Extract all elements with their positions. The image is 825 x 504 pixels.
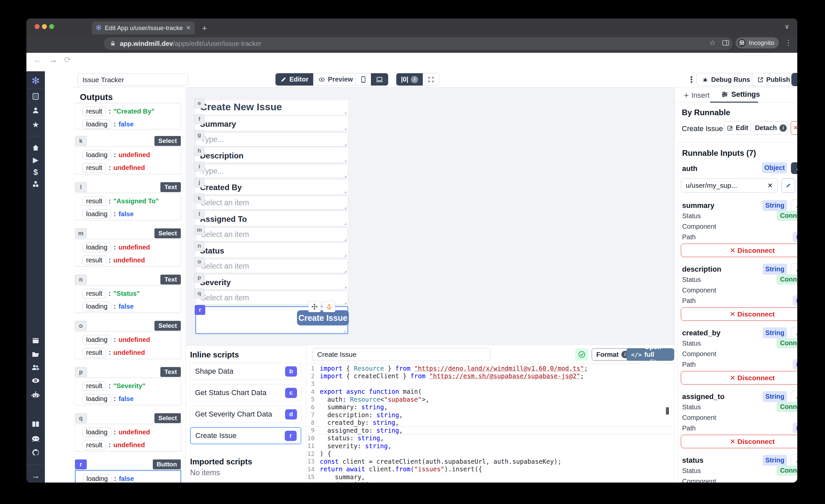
output-key-pill[interactable]: result [82,289,106,298]
resize-corner-icon[interactable]: ⌟ [344,172,347,177]
windmill-logo[interactable]: ✻ [26,76,45,86]
inline-script-row[interactable]: Get Status Chart Datac [190,384,301,401]
publish-button[interactable]: Publish [752,73,796,86]
docs-book-icon[interactable] [26,421,45,428]
code-line[interactable]: 4export async function main( [307,388,674,396]
clear-resource-x-icon[interactable]: ✕ [767,182,773,190]
folders-icon[interactable] [26,350,45,358]
output-key-pill[interactable]: result [82,196,106,206]
expand-arrow-icon[interactable]: → [26,471,45,480]
canvas-component-i[interactable]: iType...⌟ [195,164,348,178]
code-area[interactable]: 1import { Resource } from "https://deno.… [307,364,674,483]
browser-tab[interactable]: ✻ Edit App u/user/issue-tracker | ✕ [92,21,195,34]
output-key-pill[interactable]: loading [82,427,111,437]
code-scrollbar-thumb[interactable] [666,407,669,415]
static-mode-pencil-icon[interactable] [791,455,797,466]
output-key-pill[interactable]: result [82,256,106,265]
disconnect-button[interactable]: ✕ Disconnect [681,307,797,321]
code-line[interactable]: 7 description: string, [307,411,674,419]
auth-mode-toggle[interactable]: → [791,162,797,174]
output-key-pill[interactable]: result [82,163,106,172]
connect-toggle[interactable]: → [791,264,797,276]
chrome-menu-kebab-icon[interactable]: ⋮ [785,39,792,47]
mobile-view-button[interactable] [356,73,371,85]
output-key-pill[interactable]: loading [83,474,111,483]
output-key-pill[interactable]: loading [82,120,111,129]
canvas-component-o[interactable]: oSelect an item⌟ [195,259,348,273]
static-mode-pencil-icon[interactable] [791,162,797,174]
static-mode-pencil-icon[interactable] [791,200,797,212]
output-key-pill[interactable]: result [82,106,106,116]
select-input[interactable]: Select an item [195,227,348,241]
output-key-pill[interactable]: result [82,440,106,450]
back-icon[interactable]: ← [34,55,42,65]
app-name-input[interactable] [78,74,189,86]
code-line[interactable]: 16 description, [307,481,674,483]
url-omnibox[interactable]: app.windmill.dev/apps/edit/u/user/issue-… [104,37,733,50]
resize-corner-icon[interactable]: ⌟ [344,125,347,130]
static-mode-pencil-icon[interactable] [791,328,797,339]
disconnect-button[interactable]: ✕ Disconnect [681,243,797,257]
debug-runs-button[interactable]: Debug Runs [696,73,756,86]
output-key-pill[interactable]: loading [82,209,111,219]
audit-eye-icon[interactable] [26,377,45,384]
code-line[interactable]: 10 status: string, [307,434,674,442]
disconnect-button[interactable]: ✕ Disconnect [681,371,797,384]
desktop-view-button[interactable] [371,73,388,85]
minimize-window-button[interactable] [42,24,47,29]
runs-play-icon[interactable]: ▶ [26,156,45,164]
canvas-component-g[interactable]: gType...⌟ [195,132,348,147]
github-icon[interactable] [26,448,45,456]
home-icon[interactable] [26,144,45,152]
resize-corner-icon[interactable]: ⌟ [344,109,347,114]
move-handle[interactable] [308,301,321,312]
code-line[interactable]: 9 assigned_to: string, [307,426,674,434]
close-tab-icon[interactable]: ✕ [186,24,191,31]
favorites-star-icon[interactable]: ★ [26,121,45,129]
detach-runnable-button[interactable]: Detach i [754,121,788,135]
clear-runnable-button[interactable]: ✕ Clear [791,121,797,135]
text-input[interactable]: Type... [195,164,348,178]
connect-toggle[interactable]: → [791,327,797,339]
open-full-editor-button[interactable]: </> Open full editor [626,348,674,361]
resize-corner-icon[interactable]: ⌟ [344,299,347,304]
output-key-pill[interactable]: loading [82,302,111,311]
maximize-window-button[interactable] [49,24,54,29]
output-key-pill[interactable]: result [82,381,106,391]
output-key-pill[interactable]: loading [82,150,111,160]
groups-icon[interactable] [26,363,45,371]
connect-toggle[interactable]: → [791,200,797,212]
resize-corner-icon[interactable]: ⌟ [344,220,347,225]
edit-resource-button[interactable] [781,178,795,193]
script-name-input[interactable] [312,348,491,361]
tab-settings[interactable]: Settings [721,90,760,99]
code-line[interactable]: 11 severity: string, [307,442,674,450]
schedules-calendar-icon[interactable] [26,336,45,344]
select-input[interactable]: Select an item [195,195,348,210]
tab-insert[interactable]: + Insert [684,90,709,100]
save-button[interactable]: Save [791,73,797,86]
code-line[interactable]: 6 summary: string, [307,403,674,411]
code-line[interactable]: 5 auth: Resource<"supabase">, [307,395,674,403]
static-mode-pencil-icon[interactable] [791,391,797,403]
side-panel-icon[interactable] [722,39,730,47]
canvas-component-k[interactable]: kSelect an item⌟ [195,195,348,210]
edit-runnable-button[interactable]: Edit [724,121,751,135]
inline-script-row[interactable]: Get Severity Chart Datad [190,406,301,423]
user-icon[interactable] [26,106,45,114]
canvas-component-r[interactable]: rCreate Issue⌟ [195,306,348,334]
code-line[interactable]: 2import { createClient } from "https://e… [307,372,674,380]
code-line[interactable]: 3 [307,380,674,388]
workspace-icon[interactable] [26,92,45,100]
connect-toggle[interactable]: → [791,454,797,467]
discord-icon[interactable] [26,435,45,442]
static-mode-pencil-icon[interactable] [791,264,797,275]
resources-cubes-icon[interactable] [26,180,45,188]
create-issue-button[interactable]: Create Issue [297,310,349,326]
code-line[interactable]: 14return await client.from("issues").ins… [307,465,674,473]
code-line[interactable]: 13const client = createClient(auth.supab… [307,457,674,465]
connect-toggle[interactable]: → [791,391,797,403]
more-options-kebab-icon[interactable]: ⋮ [687,75,696,85]
code-line[interactable]: 8 created_by: string, [307,419,674,427]
anchor-handle[interactable] [323,301,335,312]
